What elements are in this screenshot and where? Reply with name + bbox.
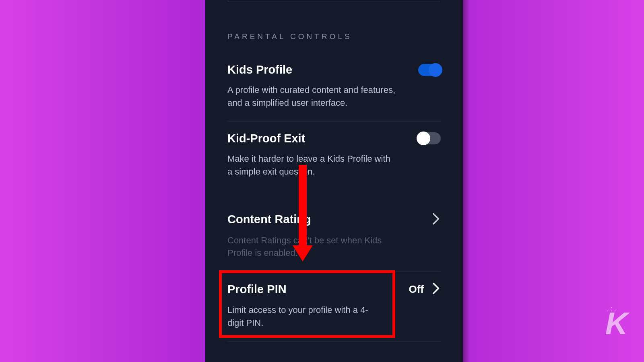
- kids-profile-row: Kids Profile A profile with curated cont…: [227, 63, 441, 122]
- profile-pin-row[interactable]: Profile PIN Off Limit access to your pro…: [227, 272, 441, 342]
- profile-pin-desc: Limit access to your profile with a 4-di…: [227, 304, 384, 329]
- profile-pin-title: Profile PIN: [227, 283, 287, 296]
- profile-pin-status: Off: [409, 283, 424, 296]
- settings-panel: PARENTAL CONTROLS Kids Profile A profile…: [205, 0, 463, 362]
- kids-profile-desc: A profile with curated content and featu…: [227, 84, 396, 109]
- watermark: .:. K: [605, 305, 628, 342]
- toggle-knob: [417, 132, 430, 145]
- content-rating-row[interactable]: Content Rating Content Ratings can't be …: [227, 202, 441, 272]
- panel-shadow: [463, 0, 470, 362]
- watermark-letter: K: [605, 305, 628, 342]
- content-rating-title: Content Rating: [227, 213, 311, 226]
- toggle-knob: [429, 63, 442, 77]
- kids-profile-title: Kids Profile: [227, 63, 292, 76]
- top-divider: [227, 2, 441, 2]
- kid-proof-exit-title: Kid-Proof Exit: [227, 132, 305, 145]
- section-heading: PARENTAL CONTROLS: [227, 32, 441, 41]
- chevron-right-icon: [432, 282, 441, 296]
- kid-proof-exit-desc: Make it harder to leave a Kids Profile w…: [227, 152, 396, 178]
- kid-proof-exit-toggle[interactable]: [418, 132, 441, 144]
- chevron-right-icon: [432, 212, 441, 227]
- kid-proof-exit-row: Kid-Proof Exit Make it harder to leave a…: [227, 122, 441, 190]
- content-rating-desc: Content Ratings can't be set when Kids P…: [227, 234, 396, 260]
- kids-profile-toggle[interactable]: [418, 64, 441, 76]
